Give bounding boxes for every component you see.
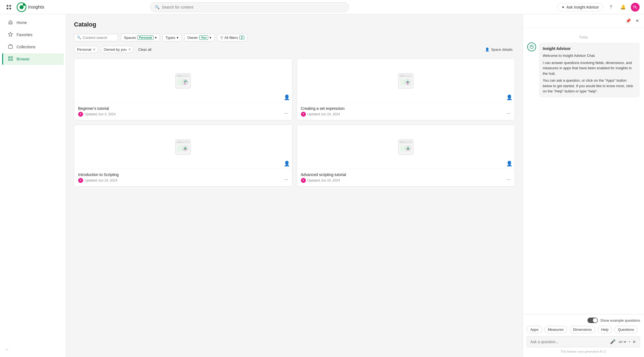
sidebar-collapse-button[interactable]: ← <box>6 347 9 351</box>
card-updated-1: Updated Jun 24, 2024 <box>308 112 340 116</box>
svg-point-46 <box>530 45 534 49</box>
spaces-value: Personal <box>137 35 153 40</box>
card-menu-button-2[interactable]: ··· <box>283 176 289 183</box>
remove-owned-filter-icon[interactable]: × <box>129 47 131 52</box>
filter-owned-label: Owned by you <box>104 47 127 52</box>
filter-bar: 🔍 Spaces Personal ▾ Types ▾ Owner You ▾ <box>74 34 515 41</box>
show-example-toggle[interactable] <box>587 318 598 323</box>
app-card-1[interactable]: 👤 Creating a set expression T Updated Ju… <box>297 58 515 120</box>
content-search-input[interactable] <box>83 36 113 40</box>
svg-point-34 <box>180 142 181 143</box>
card-title-2: Introduction to Scripting <box>78 172 288 177</box>
app-card-2[interactable]: 👤 Introduction to Scripting T Updated Ju… <box>74 125 292 187</box>
topnav-right: ✦ Ask Insight Advisor ? 🔔 TL <box>557 3 640 12</box>
active-filters-row: Personal × Owned by you × Clear all 👤 Sp… <box>74 46 515 53</box>
grid-menu-icon[interactable] <box>4 3 13 12</box>
help-icon-button[interactable]: ? <box>606 3 615 12</box>
language-select[interactable]: en <box>618 340 627 344</box>
insight-action-help[interactable]: Help <box>598 326 612 333</box>
insight-panel-header: 📌 ✕ <box>523 14 644 28</box>
app-thumb-icon-2 <box>173 137 193 157</box>
insight-action-apps[interactable]: Apps <box>527 326 542 333</box>
notifications-icon-button[interactable]: 🔔 <box>619 3 627 12</box>
mic-icon-button[interactable]: 🎤 <box>609 339 616 345</box>
card-thumb-1: 👤 <box>297 59 515 103</box>
send-icon-button[interactable]: ➤ <box>632 339 637 345</box>
sidebar-item-collections[interactable]: Collections <box>2 41 64 53</box>
chat-date-divider: Today <box>527 35 640 39</box>
card-menu-button-1[interactable]: ··· <box>505 110 512 117</box>
svg-rect-43 <box>400 145 405 152</box>
content-area: Catalog 🔍 Spaces Personal ▾ Types ▾ Owne <box>66 14 523 357</box>
owner-filter-button[interactable]: Owner You ▾ <box>184 34 214 41</box>
all-filters-button[interactable]: ▽ All filters 2 <box>217 34 247 41</box>
sidebar: Home Favorites Collections Browse ← <box>0 14 66 357</box>
types-label: Types <box>166 36 175 40</box>
card-footer-2: Introduction to Scripting T Updated Jun … <box>74 169 292 186</box>
content-search-box[interactable]: 🔍 <box>74 34 118 41</box>
filter-tag-owned[interactable]: Owned by you × <box>101 46 134 53</box>
card-meta-3: T Updated Jun 24, 2024 <box>301 178 511 183</box>
panel-close-button[interactable]: ✕ <box>634 17 640 25</box>
clear-all-button[interactable]: Clear all <box>136 46 154 53</box>
main-layout: Home Favorites Collections Browse ← <box>0 14 644 357</box>
card-user-icon-3: 👤 <box>506 161 512 167</box>
svg-point-26 <box>403 75 404 76</box>
ask-insight-button[interactable]: ✦ Ask Insight Advisor <box>557 3 603 11</box>
insight-action-buttons: Apps Measures Dimensions Help Questions <box>527 326 640 333</box>
svg-rect-11 <box>11 57 12 58</box>
card-thumb-3: 👤 <box>297 125 515 169</box>
catalog-title: Catalog <box>74 21 515 28</box>
app-card-3[interactable]: 👤 Advanced scripting tutorial T Updated … <box>297 125 515 187</box>
sidebar-item-favorites[interactable]: Favorites <box>2 29 64 41</box>
owner-label: Owner <box>187 36 198 40</box>
card-menu-button-0[interactable]: ··· <box>283 110 289 117</box>
spaces-label: Spaces <box>124 36 136 40</box>
insight-question-input[interactable] <box>530 340 607 344</box>
toggle-knob <box>593 318 597 323</box>
insight-input-actions: 🎤 en ▾ ➤ <box>609 339 637 345</box>
insight-action-dimensions[interactable]: Dimensions <box>569 326 595 333</box>
card-updated-3: Updated Jun 24, 2024 <box>308 178 340 182</box>
app-thumb-icon-3 <box>396 137 415 157</box>
card-menu-button-3[interactable]: ··· <box>505 176 512 183</box>
sidebar-item-browse-label: Browse <box>17 57 30 61</box>
panel-pin-button[interactable]: 📌 <box>624 17 632 25</box>
svg-rect-39 <box>399 141 412 143</box>
chat-bubble: Insight Advisor Welcome to Insight Advis… <box>539 42 640 97</box>
svg-rect-31 <box>177 141 189 143</box>
filter-personal-label: Personal <box>77 47 91 52</box>
search-input[interactable] <box>162 5 344 9</box>
insight-action-measures[interactable]: Measures <box>544 326 567 333</box>
collections-icon <box>8 44 13 50</box>
chat-sender-name: Insight Advisor <box>543 46 636 52</box>
qlik-logo[interactable]: Insights <box>17 2 44 12</box>
search-bar[interactable]: 🔍 <box>150 2 349 12</box>
sidebar-item-home[interactable]: Home <box>2 17 64 28</box>
chat-line-3: You can ask a question, or click on the … <box>543 78 636 94</box>
sidebar-item-browse[interactable]: Browse <box>2 53 64 65</box>
avatar[interactable]: TL <box>631 3 640 12</box>
app-name: Insights <box>28 4 44 10</box>
insight-action-questions[interactable]: Questions <box>614 326 638 333</box>
types-chevron-icon: ▾ <box>177 36 179 40</box>
search-small-icon: 🔍 <box>77 36 81 39</box>
insight-chat-area: Today Insight Advisor Welcome to Insight… <box>523 28 644 314</box>
remove-personal-filter-icon[interactable]: × <box>93 47 95 52</box>
spaces-filter-button[interactable]: Spaces Personal ▾ <box>121 34 160 41</box>
space-details-button[interactable]: 👤 Space details <box>483 46 515 53</box>
app-card-0[interactable]: 👤 Beginner's tutorial T Updated Jun 3, 2… <box>74 58 292 120</box>
show-example-label: Show example questions <box>600 318 640 323</box>
svg-point-24 <box>400 75 401 76</box>
filter-tag-personal[interactable]: Personal × <box>74 46 99 53</box>
types-filter-button[interactable]: Types ▾ <box>163 34 182 41</box>
svg-rect-27 <box>400 79 406 86</box>
svg-point-5 <box>20 5 23 9</box>
card-title-0: Beginner's tutorial <box>78 106 288 111</box>
svg-rect-2 <box>7 8 8 9</box>
card-user-icon-0: 👤 <box>284 94 290 100</box>
svg-rect-3 <box>9 8 11 9</box>
person-icon: 👤 <box>485 47 489 52</box>
browse-icon <box>8 56 13 62</box>
svg-point-40 <box>400 142 401 143</box>
